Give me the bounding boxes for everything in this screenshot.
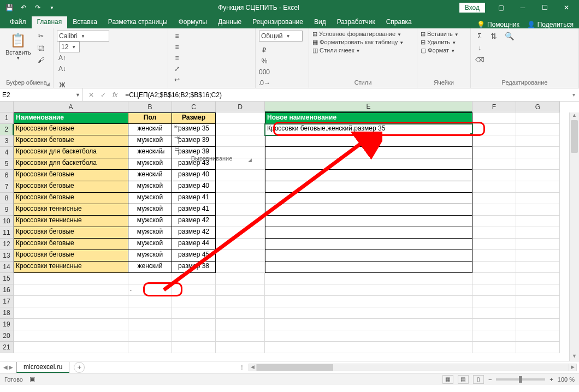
cell-E19[interactable] bbox=[265, 319, 472, 330]
cell-D12[interactable] bbox=[216, 239, 265, 250]
cell-A17[interactable] bbox=[14, 296, 128, 307]
row-header-20[interactable]: 20 bbox=[0, 330, 14, 342]
cell-F15[interactable] bbox=[472, 273, 516, 284]
hscroll-thumb[interactable] bbox=[257, 364, 333, 371]
sort-filter-button[interactable]: ⇅ bbox=[487, 31, 500, 41]
cell-B18[interactable] bbox=[128, 307, 172, 319]
name-box[interactable]: ▼ bbox=[0, 88, 83, 101]
cell-C6[interactable]: размер 40 bbox=[172, 170, 216, 181]
row-header-16[interactable]: 16 bbox=[0, 284, 14, 296]
cell-D17[interactable] bbox=[216, 296, 265, 307]
cell-D20[interactable] bbox=[216, 330, 265, 342]
page-break-view-icon[interactable]: ▯ bbox=[473, 375, 484, 384]
cell-C21[interactable] bbox=[172, 342, 216, 353]
paste-button[interactable]: 📋 Вставить ▼ bbox=[3, 31, 33, 62]
cell-A20[interactable] bbox=[14, 330, 128, 342]
cell-E1[interactable]: Новое наименование bbox=[265, 112, 472, 124]
cell-F6[interactable] bbox=[472, 170, 516, 181]
tab-help[interactable]: Справка bbox=[381, 16, 417, 28]
cell-C20[interactable] bbox=[172, 330, 216, 342]
font-name-combo[interactable]: Calibri▼ bbox=[57, 31, 109, 41]
zoom-slider[interactable] bbox=[496, 378, 545, 381]
row-header-5[interactable]: 5 bbox=[0, 158, 14, 170]
cell-F3[interactable] bbox=[472, 135, 516, 147]
number-format-combo[interactable]: Общий▼ bbox=[259, 31, 303, 41]
cell-C4[interactable]: размер 39 bbox=[172, 147, 216, 158]
cell-B4[interactable]: женский bbox=[128, 147, 172, 158]
cell-A14[interactable]: Кроссовки теннисные bbox=[14, 262, 128, 273]
cell-E15[interactable] bbox=[265, 273, 472, 284]
cell-B7[interactable]: мужской bbox=[128, 181, 172, 193]
copy-icon[interactable]: ⿻ bbox=[36, 43, 46, 54]
comma-icon[interactable]: 000 bbox=[259, 67, 270, 78]
cell-B8[interactable]: мужской bbox=[128, 193, 172, 204]
cell-G21[interactable] bbox=[516, 342, 560, 353]
cell-B1[interactable]: Пол bbox=[128, 112, 172, 124]
cell-G13[interactable] bbox=[516, 250, 560, 262]
close-icon[interactable]: ✕ bbox=[556, 0, 577, 15]
cell-G5[interactable] bbox=[516, 158, 560, 170]
delete-cells-button[interactable]: ⊟ Удалить ▼ bbox=[421, 39, 456, 46]
tab-page-layout[interactable]: Разметка страницы bbox=[103, 16, 173, 28]
cell-G19[interactable] bbox=[516, 319, 560, 330]
save-icon[interactable]: 💾 bbox=[3, 2, 15, 14]
cell-D3[interactable] bbox=[216, 135, 265, 147]
orientation-icon[interactable]: ⤢ bbox=[172, 63, 182, 74]
cell-C9[interactable]: размер 41 bbox=[172, 204, 216, 216]
formula-input[interactable] bbox=[125, 91, 566, 99]
cell-E2[interactable]: Кроссовки беговые.женский.размер 35 bbox=[265, 124, 472, 135]
row-header-7[interactable]: 7 bbox=[0, 181, 14, 193]
normal-view-icon[interactable]: ▦ bbox=[442, 375, 453, 384]
format-cells-button[interactable]: ▢ Формат ▼ bbox=[421, 47, 455, 54]
cell-A1[interactable]: Наименование bbox=[14, 112, 128, 124]
cell-C16[interactable] bbox=[172, 284, 216, 296]
cell-F18[interactable] bbox=[472, 307, 516, 319]
cell-A2[interactable]: Кроссовки беговые bbox=[14, 124, 128, 135]
cell-F17[interactable] bbox=[472, 296, 516, 307]
cell-A12[interactable]: Кроссовки беговые bbox=[14, 239, 128, 250]
decrease-font-icon[interactable]: A↓ bbox=[57, 63, 68, 74]
cell-A9[interactable]: Кроссовки теннисные bbox=[14, 204, 128, 216]
cell-E6[interactable] bbox=[265, 170, 472, 181]
row-header-6[interactable]: 6 bbox=[0, 170, 14, 181]
cell-C12[interactable]: размер 44 bbox=[172, 239, 216, 250]
cell-E16[interactable] bbox=[265, 284, 472, 296]
cell-B21[interactable] bbox=[128, 342, 172, 353]
sign-in-button[interactable]: Вход bbox=[459, 3, 485, 13]
row-header-4[interactable]: 4 bbox=[0, 147, 14, 158]
tab-review[interactable]: Рецензирование bbox=[247, 16, 309, 28]
ribbon-display-icon[interactable]: ▢ bbox=[491, 0, 511, 15]
increase-decimal-icon[interactable]: .0→ bbox=[259, 78, 270, 88]
cell-A13[interactable]: Кроссовки беговые bbox=[14, 250, 128, 262]
cell-G14[interactable] bbox=[516, 262, 560, 273]
column-header-C[interactable]: C bbox=[172, 102, 216, 112]
tab-developer[interactable]: Разработчик bbox=[332, 16, 381, 28]
cell-D21[interactable] bbox=[216, 342, 265, 353]
formula-expand-icon[interactable]: ▾ bbox=[568, 88, 579, 101]
cell-D5[interactable] bbox=[216, 158, 265, 170]
cancel-formula-icon[interactable]: ✕ bbox=[88, 91, 94, 99]
cell-A16[interactable] bbox=[14, 284, 128, 296]
cell-E10[interactable] bbox=[265, 216, 472, 227]
column-header-A[interactable]: A bbox=[14, 102, 128, 112]
cell-B13[interactable]: мужской bbox=[128, 250, 172, 262]
cell-G11[interactable] bbox=[516, 227, 560, 239]
cell-C15[interactable] bbox=[172, 273, 216, 284]
cell-A8[interactable]: Кроссовки беговые bbox=[14, 193, 128, 204]
row-header-8[interactable]: 8 bbox=[0, 193, 14, 204]
share-button[interactable]: 👤Поделиться bbox=[527, 21, 574, 28]
maximize-icon[interactable]: ☐ bbox=[534, 0, 555, 15]
cell-C2[interactable]: размер 35 bbox=[172, 124, 216, 135]
cell-E14[interactable] bbox=[265, 262, 472, 273]
cell-A6[interactable]: Кроссовки беговые bbox=[14, 170, 128, 181]
cell-E18[interactable] bbox=[265, 307, 472, 319]
cell-D18[interactable] bbox=[216, 307, 265, 319]
zoom-out-icon[interactable]: − bbox=[488, 376, 492, 383]
cell-G16[interactable] bbox=[516, 284, 560, 296]
cell-C13[interactable]: размер 45 bbox=[172, 250, 216, 262]
macro-record-icon[interactable]: ▣ bbox=[29, 376, 35, 383]
column-header-G[interactable]: G bbox=[516, 102, 560, 112]
tab-home[interactable]: Главная bbox=[32, 16, 68, 28]
cell-F20[interactable] bbox=[472, 330, 516, 342]
cell-G9[interactable] bbox=[516, 204, 560, 216]
